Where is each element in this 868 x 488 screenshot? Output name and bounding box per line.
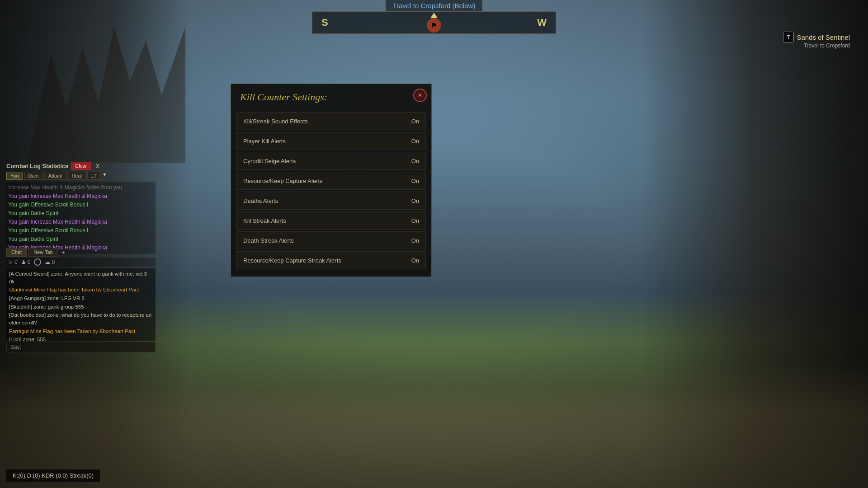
dialog-title: Kill Counter Settings: [231, 84, 431, 108]
chat-message: [Lich] zone: 555 [9, 336, 153, 341]
clear-button[interactable]: Clear [71, 162, 91, 170]
compass-marker: ⚑ [427, 13, 441, 33]
setting-value: On [406, 217, 419, 224]
compass-dir-left: S [321, 17, 328, 28]
compass-quest-icon: ⚑ [427, 18, 441, 33]
setting-row[interactable]: Kill/Streak Sound EffectsOn [236, 112, 426, 130]
combat-tab-attack[interactable]: Attack [44, 172, 66, 180]
kill-counter-dialog: Kill Counter Settings: × Kill/Streak Sou… [231, 84, 432, 277]
combat-tab-dam[interactable]: Dam [24, 172, 43, 180]
setting-label: Resource/Keep Capture Streak Alerts [243, 257, 406, 264]
compass-bar: Travel to Cropsford (Below) S ⚑ W [307, 0, 561, 34]
combat-entries: Increase Max Health & Magicka fades from… [6, 182, 156, 254]
combat-tab-you[interactable]: You [6, 172, 23, 180]
combat-log: Combat Log Statistics Clear X YouDamAtta… [6, 162, 156, 254]
travel-destination: Travel to Cropsford [393, 2, 451, 9]
setting-row[interactable]: Resource/Keep Capture Streak AlertsOn [236, 251, 426, 269]
chat-message: Glademist Mine Flag has been Taken by Eb… [9, 286, 153, 294]
chat-tab-chat[interactable]: Chat [6, 248, 27, 257]
chat-icon-sword: ⚔ 0 [8, 259, 18, 265]
setting-value: On [406, 257, 419, 264]
chat-icons-row: ⚔ 0 ♟ 0 ☁ 0 [6, 258, 156, 267]
combat-entry: You gain Battle Spirit [6, 235, 156, 243]
combat-tab-heal[interactable]: Heal [67, 172, 86, 180]
chat-message: Farragut Mine Flag has been Taken by Ebo… [9, 328, 153, 335]
chat-tab-new-tab[interactable]: New Tab [28, 248, 58, 257]
setting-value: On [406, 178, 419, 184]
chat-input[interactable]: Say: [6, 342, 156, 352]
combat-log-title: Combat Log Statistics [6, 163, 68, 169]
combat-tab-lt[interactable]: LT [87, 172, 101, 180]
setting-value: On [406, 138, 419, 145]
chat-spinner [34, 258, 41, 266]
setting-label: Deaths Alerts [243, 197, 406, 204]
setting-row[interactable]: Kill Streak AlertsOn [236, 211, 426, 230]
compass-triangle [430, 13, 438, 18]
setting-row[interactable]: Deaths AlertsOn [236, 192, 426, 210]
location-key-badge: T [783, 32, 794, 42]
chat-icon-pawn: ♟ 0 [21, 259, 31, 265]
setting-value: On [406, 237, 419, 244]
setting-label: Player Kill Alerts [243, 138, 406, 145]
chat-message: [Ango Gungarg] zone: LFG VR 8 [9, 295, 153, 302]
location-sub: Travel to Cropsford [783, 42, 850, 49]
setting-label: Cyrodiil Seige Alerts [243, 158, 406, 164]
travel-label: Travel to Cropsford (Below) [386, 0, 483, 11]
chat-add-tab-button[interactable]: + [60, 249, 67, 256]
chat-icon-cloud: ☁ 0 [45, 259, 55, 265]
settings-list: Kill/Streak Sound EffectsOnPlayer Kill A… [231, 108, 431, 277]
combat-entry: You gain Increase Max Health & Magicka [6, 218, 156, 226]
setting-row[interactable]: Death Streak AlertsOn [236, 231, 426, 249]
setting-row[interactable]: Cyrodiil Seige AlertsOn [236, 152, 426, 170]
location-key-row: T Sands of Sentinel [783, 32, 850, 42]
combat-entry: You gain Offensive Scroll Bonus I [6, 226, 156, 235]
chat-message: [Dat bootie dao] zone: what do you have … [9, 311, 153, 326]
setting-value: On [406, 118, 419, 125]
setting-row[interactable]: Player Kill AlertsOn [236, 132, 426, 150]
chat-message: [Skaldrith] zone: gank group 555 [9, 303, 153, 311]
setting-value: On [406, 197, 419, 204]
chat-message: [A Curved Sword] zone: Anyone want to ga… [9, 270, 153, 285]
stats-text: K:(0) D:(0) KDR:(0.0) Streak(0) [13, 472, 94, 479]
setting-row[interactable]: Resource/Keep Capture AlertsOn [236, 172, 426, 190]
location-hud: T Sands of Sentinel Travel to Cropsford [783, 32, 850, 49]
location-name: Sands of Sentinel [797, 33, 850, 41]
chat-tabs: ChatNew Tab+ [6, 248, 156, 257]
combat-entry: You gain Battle Spirit [6, 209, 156, 217]
chat-panel: ChatNew Tab+ ⚔ 0 ♟ 0 ☁ 0 [A Curved Sword… [6, 248, 156, 352]
setting-label: Kill Streak Alerts [243, 217, 406, 224]
combat-entry: Increase Max Health & Magicka fades from… [6, 183, 156, 192]
stats-bar: K:(0) D:(0) KDR:(0.0) Streak(0) [6, 469, 100, 482]
travel-sub: (Below) [453, 2, 476, 9]
combat-log-tabs: YouDamAttackHealLT▼ [6, 172, 156, 180]
dialog-close-button[interactable]: × [413, 89, 427, 102]
ground [0, 361, 868, 488]
setting-label: Kill/Streak Sound Effects [243, 118, 406, 125]
compass-dir-right: W [537, 17, 547, 28]
setting-value: On [406, 158, 419, 164]
setting-label: Resource/Keep Capture Alerts [243, 178, 406, 184]
chat-messages: [A Curved Sword] zone: Anyone want to ga… [6, 268, 156, 341]
combat-entry: You gain Offensive Scroll Bonus I [6, 201, 156, 209]
combat-log-header: Combat Log Statistics Clear X [6, 162, 156, 170]
combat-log-close[interactable]: X [94, 163, 102, 169]
setting-label: Death Streak Alerts [243, 237, 406, 244]
combat-log-dropdown[interactable]: ▼ [102, 172, 107, 180]
compass: S ⚑ W [312, 11, 556, 34]
combat-entry: You gain Increase Max Health & Magicka [6, 192, 156, 200]
